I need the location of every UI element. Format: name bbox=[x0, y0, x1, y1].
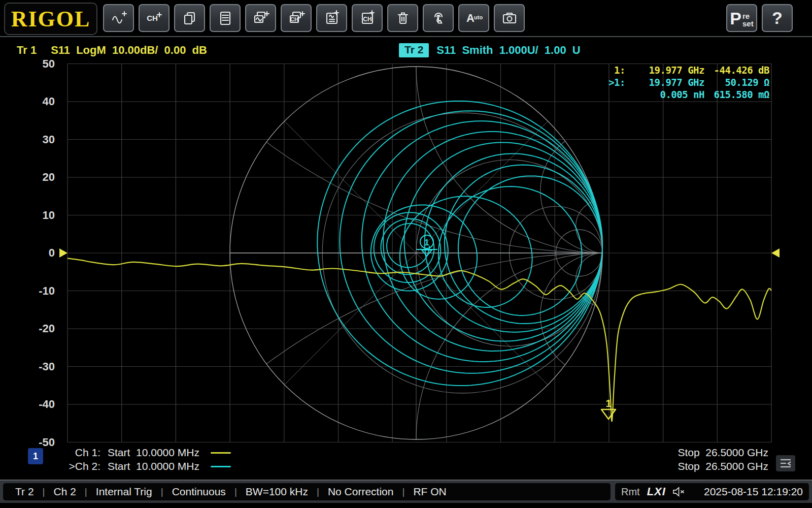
trace1-annotation[interactable]: Tr 1 S11 LogM 10.00dB/ 0.00 dB bbox=[17, 44, 207, 57]
toolbar: RIGOL CHCHCHAuto P re set ? bbox=[0, 0, 812, 37]
channel-start: Start 10.0000 MHz bbox=[108, 460, 199, 472]
svg-text:CH: CH bbox=[290, 16, 298, 22]
delete-icon bbox=[394, 10, 412, 26]
measure-table-icon bbox=[216, 10, 234, 26]
touch-button[interactable] bbox=[423, 4, 454, 32]
marker-readout-row: 0.005 nH615.580 mΩ bbox=[574, 89, 769, 101]
channel-stop: Stop 26.5000 GHz bbox=[678, 446, 768, 459]
y-tick--40: -40 bbox=[10, 398, 55, 411]
datetime: 2025-08-15 12:19:20 bbox=[704, 486, 803, 498]
auto-scale-icon: Auto bbox=[465, 10, 483, 26]
marker-value: 615.580 mΩ bbox=[704, 89, 769, 101]
copy-trace-button[interactable] bbox=[174, 4, 205, 32]
marker-freq: 19.977 GHz bbox=[625, 65, 704, 77]
trace1-logm-curve[interactable] bbox=[67, 258, 771, 421]
status-item[interactable]: RF ON bbox=[413, 486, 446, 498]
svg-text:1: 1 bbox=[605, 397, 612, 409]
vna-screen: 11 RIGOL CHCHCHAuto P re set ? Tr 1 S11 … bbox=[0, 0, 812, 508]
marker-readout-row: 1:19.977 GHz-44.426 dB bbox=[574, 65, 769, 77]
y-tick-20: 20 bbox=[10, 171, 55, 184]
channel-add-icon: CH bbox=[145, 10, 163, 26]
touch-icon bbox=[429, 10, 448, 26]
help-button[interactable]: ? bbox=[762, 4, 793, 32]
marker-label: 1: bbox=[574, 65, 625, 77]
ref-level-arrow-left[interactable] bbox=[59, 248, 67, 258]
trace2-detail: S11 Smith 1.000U/ 1.00 U bbox=[436, 44, 580, 57]
collapse-menu-icon bbox=[779, 457, 793, 469]
auto-scale-button[interactable]: Auto bbox=[458, 4, 489, 32]
marker-value: -44.426 dB bbox=[704, 65, 769, 77]
screenshot-button[interactable] bbox=[494, 4, 525, 32]
ref-level-arrow-right[interactable] bbox=[771, 248, 780, 258]
delete-button[interactable] bbox=[387, 4, 418, 32]
svg-text:A: A bbox=[466, 12, 475, 24]
y-tick--30: -30 bbox=[10, 360, 55, 373]
y-tick-10: 10 bbox=[10, 209, 55, 222]
trace2-smith-curve[interactable] bbox=[317, 101, 602, 386]
channel-add-button[interactable]: CH bbox=[139, 4, 170, 32]
channel-row[interactable]: Ch 1:Start 10.0000 MHz bbox=[60, 446, 231, 459]
y-tick--10: -10 bbox=[10, 284, 55, 298]
status-item[interactable]: BW=100 kHz bbox=[246, 486, 308, 498]
channel-start: Start 10.0000 MHz bbox=[108, 447, 199, 459]
trace2-active-badge[interactable]: Tr 2 bbox=[399, 43, 429, 57]
trace-add-button[interactable] bbox=[103, 4, 134, 32]
menu-collapse-button[interactable] bbox=[776, 455, 795, 471]
marker-readout-row: >1:19.977 GHz50.129 Ω bbox=[574, 77, 769, 89]
trace-color-swatch bbox=[211, 466, 231, 467]
trace1-label: Tr 1 bbox=[17, 44, 37, 57]
status-item[interactable]: Internal Trig bbox=[96, 486, 152, 498]
trace-color-swatch bbox=[211, 452, 231, 454]
trace2-annotation[interactable]: Tr 2 S11 Smith 1.000U/ 1.00 U bbox=[399, 43, 581, 57]
status-item[interactable]: Continuous bbox=[172, 486, 226, 498]
copy-trace-icon bbox=[181, 10, 199, 26]
marker-value: 50.129 Ω bbox=[704, 77, 769, 89]
window-number-badge[interactable]: 1 bbox=[28, 448, 43, 464]
channel-row[interactable]: >Ch 2:Start 10.0000 MHz bbox=[60, 460, 231, 473]
y-tick--20: -20 bbox=[10, 322, 55, 335]
clipboard-channel-add-button[interactable]: CH bbox=[352, 4, 383, 32]
mute-icon[interactable] bbox=[672, 486, 685, 497]
status-item[interactable]: Ch 2 bbox=[54, 486, 76, 498]
svg-text:1: 1 bbox=[424, 238, 429, 247]
marker-label: >1: bbox=[574, 77, 625, 89]
channel-label: Ch 1: bbox=[60, 447, 100, 459]
marker-label bbox=[574, 89, 625, 101]
trace1-detail: S11 LogM 10.00dB/ 0.00 dB bbox=[51, 44, 207, 57]
status-separator: | bbox=[43, 486, 45, 497]
clipboard-trace-add-button[interactable] bbox=[316, 4, 347, 32]
window-channel-add-icon: CH bbox=[287, 10, 306, 26]
preset-button[interactable]: P re set bbox=[726, 4, 757, 32]
y-tick--50: -50 bbox=[10, 436, 55, 449]
window-trace-add-icon bbox=[252, 10, 270, 26]
measure-table-button[interactable] bbox=[210, 4, 241, 32]
svg-text:uto: uto bbox=[474, 14, 483, 20]
status-separator: | bbox=[85, 486, 87, 497]
status-right: Rmt LXI 2025-08-15 12:19:20 bbox=[615, 483, 809, 500]
screenshot-icon bbox=[500, 10, 519, 26]
status-items: Tr 2|Ch 2|Internal Trig|Continuous|BW=10… bbox=[3, 483, 611, 500]
svg-text:CH: CH bbox=[147, 14, 158, 22]
lxi-indicator: LXI bbox=[647, 485, 666, 498]
clipboard-trace-add-icon bbox=[323, 10, 341, 26]
y-tick-30: 30 bbox=[10, 133, 55, 146]
preset-label-big: P bbox=[730, 11, 741, 26]
marker-freq: 19.977 GHz bbox=[625, 77, 704, 89]
marker-readout: 1:19.977 GHz-44.426 dB>1:19.977 GHz50.12… bbox=[574, 65, 769, 101]
status-item[interactable]: Tr 2 bbox=[15, 486, 34, 498]
status-bar: Tr 2|Ch 2|Internal Trig|Continuous|BW=10… bbox=[0, 480, 812, 503]
preset-label-top: re bbox=[742, 12, 754, 20]
trace-add-icon bbox=[110, 10, 128, 26]
status-separator: | bbox=[402, 486, 404, 497]
window-trace-add-button[interactable] bbox=[245, 4, 276, 32]
status-item[interactable]: No Correction bbox=[328, 486, 394, 498]
channel-stop: Stop 26.5000 GHz bbox=[678, 460, 768, 473]
y-tick-0: 0 bbox=[10, 246, 55, 260]
status-separator: | bbox=[161, 486, 163, 497]
window-channel-add-button[interactable]: CH bbox=[281, 4, 312, 32]
marker-freq: 0.005 nH bbox=[625, 89, 704, 101]
status-separator: | bbox=[317, 486, 319, 497]
remote-indicator: Rmt bbox=[621, 486, 640, 498]
clipboard-channel-add-icon: CH bbox=[358, 10, 377, 26]
y-tick-50: 50 bbox=[10, 57, 55, 71]
